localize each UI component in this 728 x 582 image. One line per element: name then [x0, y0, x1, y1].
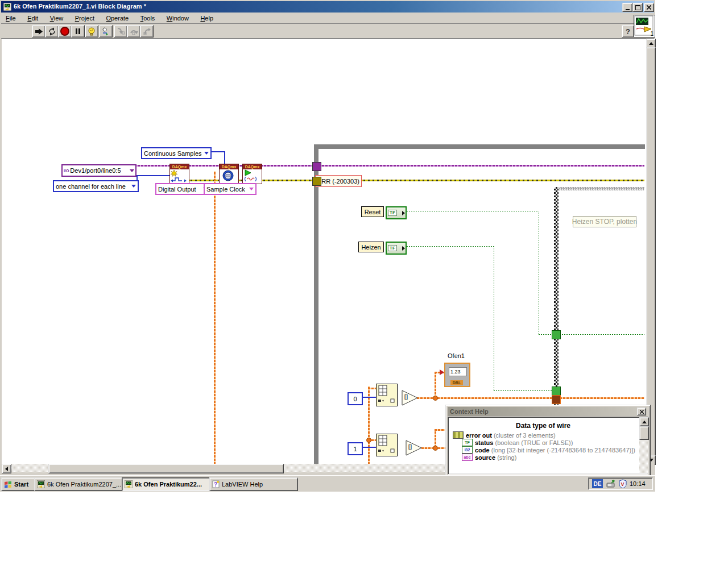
pause-button[interactable] — [71, 25, 85, 38]
heizen-label: Heizen — [358, 242, 384, 252]
close-icon — [640, 410, 644, 414]
run-button[interactable] — [32, 25, 46, 38]
labview-window: 6k Ofen Praktikum2207_1.vi Block Diagram… — [0, 0, 655, 491]
ofen1-value: 1.23 — [449, 367, 467, 376]
reset-label: Reset — [361, 206, 384, 217]
array-glyph-2: [] — [408, 444, 412, 450]
language-indicator[interactable]: DE — [592, 479, 603, 488]
horizontal-scroll-thumb[interactable] — [48, 464, 284, 473]
menu-view[interactable]: View — [46, 14, 68, 23]
labview-doc-icon — [125, 480, 133, 488]
i32-icon: I32 — [462, 446, 473, 454]
daqmx-timing-node[interactable]: DAQmx — [219, 164, 239, 184]
menu-tools[interactable]: Tools — [136, 14, 160, 23]
step-into-button[interactable] — [114, 25, 127, 38]
taskbar-button-1[interactable]: 6k Ofen Praktikum2207_... — [34, 477, 125, 491]
status-row: TF status (boolean (TRUE or FALSE)) — [462, 439, 573, 446]
minimize-button[interactable] — [622, 3, 632, 12]
run-continuously-button[interactable] — [45, 25, 59, 38]
system-tray: DE V 10:14 — [588, 477, 653, 490]
ofen1-type-tag: DBL — [450, 380, 463, 385]
wire-junction — [433, 446, 438, 451]
taskbar: Start 6k Ofen Praktikum2207_... 6k Ofen … — [0, 475, 655, 492]
dropdown-icon[interactable] — [249, 188, 254, 190]
scroll-up-button[interactable] — [639, 417, 649, 426]
dropdown-icon[interactable] — [131, 185, 136, 188]
reset-terminal[interactable]: TF — [386, 206, 407, 219]
dropdown-icon[interactable] — [130, 169, 134, 172]
taskbar-button-3[interactable]: ? LabVIEW Help — [209, 477, 298, 491]
vi-icon-button[interactable]: 1 — [634, 15, 655, 38]
daqmx-create-channel-node[interactable]: DAQmx — [169, 164, 189, 184]
labview-app-icon — [3, 3, 11, 11]
channel-mode-enum[interactable]: one channel for each line — [53, 180, 139, 192]
start-button[interactable]: Start — [1, 477, 37, 491]
clock-icon — [220, 169, 237, 182]
taskbar-button-2-active[interactable]: 6k Ofen Praktikum22... — [122, 477, 213, 491]
step-over-button[interactable] — [127, 25, 140, 38]
sample-mode-enum[interactable]: Continuous Samples — [141, 147, 212, 159]
tf-icon: TF — [462, 439, 473, 446]
menu-help[interactable]: Help — [196, 14, 218, 23]
restore-button[interactable] — [632, 3, 643, 12]
menu-bar: File Edit View Project Operate Tools Win… — [1, 13, 654, 24]
probe-icon — [102, 27, 110, 36]
index-array-node-2[interactable] — [376, 434, 398, 456]
highlight-execution-button[interactable] — [85, 25, 98, 38]
tf-glyph: TF — [388, 245, 397, 251]
abc-icon: abc — [462, 454, 473, 461]
menu-file[interactable]: File — [1, 14, 20, 23]
menu-window[interactable]: Window — [162, 14, 193, 23]
lightbulb-icon — [88, 27, 96, 36]
menu-operate[interactable]: Operate — [101, 14, 133, 23]
block-diagram: ERR (-200303) I/O Dev1/port0/line0:5 one… — [2, 39, 646, 464]
safely-remove-hardware-icon[interactable] — [606, 480, 616, 488]
index-array-node-1[interactable] — [376, 384, 398, 406]
help-doc-icon: ? — [212, 480, 220, 488]
close-button[interactable] — [644, 3, 654, 12]
output-type-selector[interactable]: Digital Output — [155, 183, 210, 195]
clock-type-selector[interactable]: Sample Clock — [204, 183, 257, 195]
scroll-thumb[interactable] — [639, 426, 649, 440]
comment-label: Heizen STOP, plotten — [573, 216, 636, 227]
step-out-button[interactable] — [140, 25, 154, 38]
source-row: abc source (string) — [462, 454, 516, 461]
error-out-row: error out (cluster of 3 elements) — [453, 431, 556, 439]
vertical-scroll-thumb[interactable] — [646, 47, 656, 456]
scroll-left-button[interactable] — [2, 464, 11, 473]
error-wire-label: ERR (-200303) — [315, 175, 362, 187]
io-glyph-icon: I/O — [64, 169, 69, 173]
ofen1-terminal[interactable]: 1.23 DBL — [444, 363, 470, 387]
menu-edit[interactable]: Edit — [23, 14, 43, 23]
help-button[interactable]: ? — [622, 25, 634, 38]
wire-junction — [366, 438, 371, 443]
index-constant-0[interactable]: 0 — [348, 392, 363, 405]
abort-button[interactable] — [58, 25, 72, 38]
pause-icon — [76, 28, 80, 34]
antivirus-shield-icon[interactable]: V — [619, 479, 627, 488]
dbl-tunnel — [552, 395, 561, 404]
index-constant-1[interactable]: 1 — [348, 442, 363, 455]
code-row: I32 code (long [32-bit integer (-2147483… — [462, 446, 635, 454]
desktop: { "colors": { "titlebar_blue": "#0a246a"… — [0, 0, 728, 582]
heizen-terminal[interactable]: TF — [386, 242, 407, 255]
vertical-scrollbar[interactable] — [646, 39, 655, 464]
menu-project[interactable]: Project — [71, 14, 99, 23]
wire-junction — [433, 396, 438, 401]
abort-icon — [60, 27, 69, 36]
retain-wire-values-button[interactable] — [99, 25, 113, 38]
run-icon — [35, 28, 43, 35]
toolbar: ? — [1, 24, 654, 39]
digital-channel-icon — [170, 169, 188, 182]
ofen1-label: Ofen1 — [445, 352, 468, 360]
tf-glyph: TF — [388, 210, 397, 216]
context-help-close-button[interactable] — [637, 408, 646, 415]
clock[interactable]: 10:14 — [630, 480, 646, 487]
run-continuously-icon — [48, 27, 56, 36]
daq-channel-constant[interactable]: I/O Dev1/port0/line0:5 — [61, 164, 136, 177]
daqmx-start-task-node[interactable]: DAQmx — [242, 164, 262, 184]
context-help-body: Data type of wire error out (cluster of … — [448, 417, 648, 475]
dropdown-icon[interactable] — [204, 152, 209, 155]
index-array-icon — [377, 434, 396, 455]
context-help-scrollbar[interactable] — [639, 417, 648, 473]
